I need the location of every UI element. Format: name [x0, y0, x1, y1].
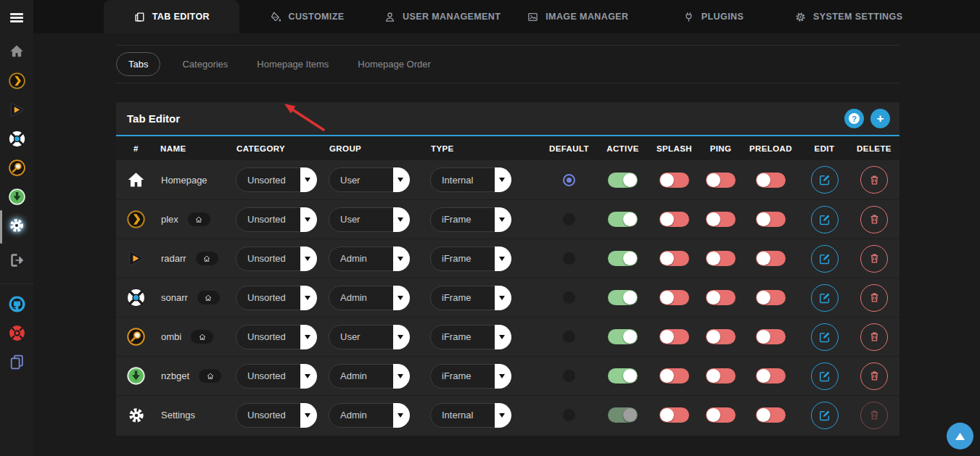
group-select[interactable]: Admin	[329, 403, 410, 428]
default-radio[interactable]	[563, 409, 575, 421]
tab-tab-editor[interactable]: TAB EDITOR	[104, 0, 239, 33]
edit-button[interactable]	[811, 166, 839, 194]
sidebar-item-logout[interactable]	[0, 247, 33, 276]
edit-button[interactable]	[811, 284, 839, 312]
group-select[interactable]: User	[329, 167, 410, 192]
type-select[interactable]: iFrame	[430, 325, 511, 349]
category-select[interactable]: Unsorted	[236, 403, 317, 428]
table-body: HomepageUnsortedUserInternalplexUnsorted…	[116, 160, 899, 434]
tab-plugins[interactable]: PLUGINS	[646, 0, 781, 33]
type-select[interactable]: Internal	[430, 167, 511, 192]
default-radio[interactable]	[563, 174, 575, 186]
splash-toggle[interactable]	[659, 212, 689, 227]
add-tab-button[interactable]: +	[870, 109, 890, 128]
delete-button[interactable]	[860, 323, 888, 351]
preload-toggle[interactable]	[756, 368, 786, 384]
group-select[interactable]: User	[329, 207, 410, 232]
menu-toggle-button[interactable]	[9, 10, 25, 25]
category-select[interactable]: Unsorted	[236, 364, 317, 389]
group-select[interactable]: Admin	[329, 364, 410, 389]
preload-toggle[interactable]	[756, 329, 786, 344]
edit-button[interactable]	[811, 362, 839, 390]
tab-customize[interactable]: CUSTOMIZE	[239, 0, 375, 33]
sidebar-nav	[0, 38, 33, 378]
type-select[interactable]: iFrame	[430, 246, 511, 271]
delete-button[interactable]	[860, 284, 888, 312]
default-radio[interactable]	[563, 331, 575, 343]
column-header-category: CATEGORY	[232, 144, 325, 153]
sidebar-item-support[interactable]	[0, 320, 33, 349]
group-select[interactable]: Admin	[329, 246, 410, 271]
sidebar-item-nzbget[interactable]	[0, 183, 33, 212]
ping-toggle[interactable]	[706, 407, 736, 423]
type-select[interactable]: iFrame	[430, 286, 511, 310]
active-toggle[interactable]	[608, 329, 638, 344]
ping-toggle[interactable]	[706, 212, 736, 227]
active-toggle[interactable]	[608, 407, 638, 423]
sidebar-item-docs[interactable]	[0, 349, 33, 378]
category-select[interactable]: Unsorted	[236, 207, 317, 232]
splash-toggle[interactable]	[659, 329, 689, 344]
splash-toggle[interactable]	[659, 407, 689, 423]
delete-button[interactable]	[860, 245, 888, 273]
active-toggle[interactable]	[608, 251, 638, 266]
default-radio[interactable]	[563, 252, 575, 265]
ping-toggle[interactable]	[706, 173, 736, 188]
sidebar-item-github[interactable]	[0, 291, 33, 320]
splash-toggle[interactable]	[659, 368, 689, 384]
tab-user-management[interactable]: USER MANAGEMENT	[374, 0, 510, 33]
type-select[interactable]: iFrame	[430, 364, 511, 389]
sidebar-item-sonarr[interactable]	[0, 125, 33, 154]
active-toggle[interactable]	[608, 173, 638, 188]
default-radio[interactable]	[563, 213, 575, 225]
tab-image-manager[interactable]: IMAGE MANAGER	[510, 0, 646, 33]
sidebar-item-ombi[interactable]	[0, 154, 33, 183]
preload-toggle[interactable]	[756, 290, 786, 305]
group-select[interactable]: User	[329, 325, 410, 349]
category-select[interactable]: Unsorted	[236, 286, 317, 310]
column-header-preload: PRELOAD	[741, 144, 800, 153]
category-select[interactable]: Unsorted	[236, 246, 317, 271]
delete-button[interactable]	[860, 362, 888, 390]
preload-toggle[interactable]	[756, 251, 786, 266]
delete-button[interactable]	[860, 166, 888, 194]
edit-button[interactable]	[811, 402, 839, 429]
splash-toggle[interactable]	[659, 290, 689, 305]
subtab-homepage-order[interactable]: Homepage Order	[348, 53, 440, 75]
edit-button[interactable]	[811, 323, 839, 351]
category-select[interactable]: Unsorted	[236, 167, 317, 192]
splash-toggle[interactable]	[659, 251, 689, 266]
edit-button[interactable]	[811, 245, 839, 273]
active-toggle[interactable]	[608, 290, 638, 305]
preload-toggle[interactable]	[756, 173, 786, 188]
subtab-tabs[interactable]: Tabs	[116, 52, 160, 76]
type-select[interactable]: Internal	[430, 403, 511, 428]
ping-toggle[interactable]	[706, 290, 736, 305]
sidebar-item-plex[interactable]	[0, 67, 33, 96]
preload-toggle[interactable]	[756, 212, 786, 227]
preload-toggle[interactable]	[756, 407, 786, 423]
ping-toggle[interactable]	[706, 329, 736, 344]
sidebar-item-home[interactable]	[0, 38, 33, 67]
splash-toggle[interactable]	[659, 173, 689, 188]
subtab-homepage-items[interactable]: Homepage Items	[247, 53, 338, 75]
category-select[interactable]: Unsorted	[236, 325, 317, 349]
chevron-down-icon	[495, 286, 511, 310]
default-radio[interactable]	[563, 291, 575, 304]
edit-button[interactable]	[811, 206, 839, 233]
help-button[interactable]: ?	[844, 109, 864, 128]
group-select[interactable]: Admin	[329, 286, 410, 310]
default-radio[interactable]	[563, 370, 575, 382]
chevron-down-icon	[393, 403, 410, 428]
active-toggle[interactable]	[608, 368, 638, 384]
scroll-to-top-button[interactable]	[947, 423, 973, 449]
active-toggle[interactable]	[608, 212, 638, 227]
tab-system-settings[interactable]: SYSTEM SETTINGS	[781, 0, 916, 33]
ping-toggle[interactable]	[706, 251, 736, 266]
subtab-categories[interactable]: Categories	[173, 53, 237, 75]
type-select[interactable]: iFrame	[430, 207, 511, 232]
delete-button[interactable]	[860, 206, 888, 233]
ping-toggle[interactable]	[706, 368, 736, 384]
sidebar-item-radarr[interactable]	[0, 96, 33, 125]
sidebar-item-settings[interactable]	[0, 212, 33, 241]
